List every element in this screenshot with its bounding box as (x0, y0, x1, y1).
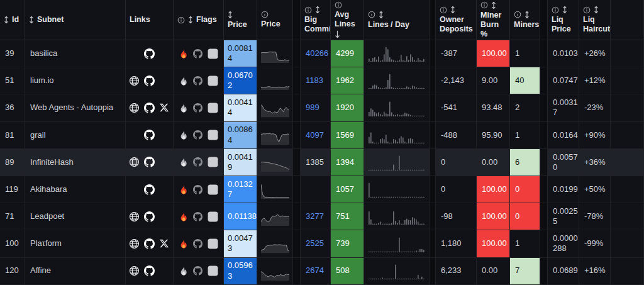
header-cell-miner-burn-[interactable]: Miner Burn % (477, 0, 510, 40)
square-flag-icon (208, 265, 218, 276)
header-cell-subnet[interactable]: Subnet (25, 0, 126, 40)
big-commit-link[interactable]: 2674 (306, 265, 324, 276)
header-cell-links[interactable]: Links (126, 0, 174, 40)
avg-lines-value: 1569 (336, 130, 354, 140)
link-slot (142, 238, 157, 249)
cell-miners: 1 (510, 40, 540, 67)
header-cell-flags[interactable]: Flags (174, 0, 224, 40)
cell-miner-burn: 95.90 (477, 122, 510, 149)
id-value: 89 (5, 157, 14, 167)
website-link-icon[interactable] (129, 157, 140, 167)
github-link-icon[interactable] (144, 238, 155, 249)
header-cell-id[interactable]: Id (0, 0, 25, 40)
github-link-icon[interactable] (144, 48, 155, 59)
big-commit-link[interactable]: 989 (306, 103, 319, 113)
link-slot (127, 238, 142, 249)
header-cell-price[interactable]: Price (224, 0, 257, 40)
website-link-icon[interactable] (129, 211, 140, 222)
cell-owner-deposits: -488 (436, 122, 477, 149)
cell-links (126, 203, 174, 230)
github-flag-icon (193, 212, 203, 221)
github-link-icon[interactable] (144, 184, 155, 195)
cell-avg-lines: 1920 (331, 94, 364, 121)
lines-day-sparkline (364, 230, 430, 257)
github-link-icon[interactable] (144, 103, 155, 113)
subnet-name: Akihabara (30, 184, 67, 194)
cell-links (126, 122, 174, 149)
cell-liq-haircut: +36% (579, 149, 611, 176)
table-row[interactable]: 119Akihabara0.0132 710570100.0000.0199+5… (0, 176, 644, 203)
cell-price: 0.0081 4 (224, 40, 257, 67)
cell-miner-burn: 100.00 (477, 203, 510, 230)
link-slot (127, 75, 142, 86)
miners-value: 6 (515, 157, 519, 167)
header-icons (304, 6, 326, 14)
miner-burn-value: 95.90 (482, 130, 502, 140)
cell-miner-burn: 0.00 (477, 149, 510, 176)
cell-liq-price: 0.0164 (548, 122, 579, 149)
website-link-icon[interactable] (129, 238, 140, 249)
liq-price-value: 0.0199 (553, 184, 578, 194)
column-spacer (540, 67, 548, 94)
header-cell-miners[interactable]: Miners (510, 0, 540, 40)
website-link-icon[interactable] (129, 265, 140, 276)
header-label: Miner Burn % (480, 11, 506, 39)
lines-day-sparkline (364, 40, 430, 67)
website-link-icon[interactable] (129, 75, 140, 86)
cell-liq-haircut: +16% (579, 258, 611, 285)
price-value: 0.0047 3 (228, 233, 253, 254)
price-sparkline (257, 94, 293, 121)
cell-avg-lines: 739 (331, 230, 364, 257)
table-row[interactable]: 39basilica0.0081 4402664299-387100.0010.… (0, 40, 644, 67)
website-link-icon[interactable] (129, 103, 140, 113)
table-row[interactable]: 100Plaτform0.0047 325257391,180100.0010.… (0, 230, 644, 257)
github-flag-icon (193, 157, 203, 167)
github-link-icon[interactable] (144, 75, 155, 86)
avg-lines-value: 751 (336, 211, 350, 221)
link-slot (157, 103, 172, 112)
big-commit-link[interactable]: 2525 (306, 238, 324, 249)
info-icon (480, 1, 488, 9)
github-link-icon[interactable] (144, 265, 155, 276)
header-cell-liq-price[interactable]: Liq Price (548, 0, 579, 40)
header-cell-liq-haircut[interactable]: Liq Haircut (579, 0, 611, 40)
miners-value: 1 (515, 48, 519, 59)
x-link-icon[interactable] (160, 103, 169, 112)
table-row[interactable]: 81grail0.0086 440971569-48895.9010.0164+… (0, 122, 644, 149)
owner-deposits-value: -98 (441, 211, 453, 221)
cell-miners: 6 (510, 149, 540, 176)
header-cell-owner-deposits[interactable]: Owner Deposits (436, 0, 477, 40)
cell-avg-lines: 751 (331, 203, 364, 230)
liq-price-value: 0.0747 (553, 75, 578, 86)
big-commit-link[interactable]: 4097 (306, 130, 324, 140)
cell-id: 51 (0, 67, 25, 94)
header-icons (514, 11, 536, 19)
github-link-icon[interactable] (144, 157, 155, 167)
x-link-icon[interactable] (160, 239, 169, 248)
square-flag-icon (208, 48, 218, 59)
header-cell-big-commit[interactable]: Big Commit (301, 0, 331, 40)
table-row[interactable]: 36Web Agents - Autoppia0.0041 49891920-5… (0, 94, 644, 121)
big-commit-link[interactable]: 40266 (306, 48, 328, 59)
info-icon (583, 6, 591, 14)
github-link-icon[interactable] (144, 130, 155, 140)
table-row[interactable]: 89InfiniteHash0.0041 91385139400.0060.00… (0, 149, 644, 176)
table-row[interactable]: 120Affine0.0596 326745086,2330.0070.0689… (0, 258, 644, 285)
big-commit-link[interactable]: 1183 (306, 75, 323, 86)
table-row[interactable]: 71Leadpoet0.011383277751-98100.0000.0025… (0, 203, 644, 230)
github-link-icon[interactable] (144, 211, 155, 222)
header-label: Lines / Day (368, 20, 409, 30)
cell-price: 0.0047 3 (224, 230, 257, 257)
header-cell-lines-day[interactable]: Lines / Day (364, 0, 430, 40)
liq-price-value: 0.0164 (553, 130, 578, 140)
miners-value: 1 (515, 238, 519, 249)
big-commit-link[interactable]: 3277 (306, 211, 324, 221)
github-flag-icon (193, 103, 203, 113)
id-value: 120 (5, 265, 19, 276)
column-spacer (540, 203, 548, 230)
table-row[interactable]: 51lium.io0.0670 211831962-2,1439.00400.0… (0, 67, 644, 94)
miners-value: 0 (515, 211, 519, 221)
cell-links (126, 40, 174, 67)
header-cell-price[interactable]: Price (257, 0, 293, 40)
header-cell-avg-lines[interactable]: Avg Lines (331, 0, 364, 40)
